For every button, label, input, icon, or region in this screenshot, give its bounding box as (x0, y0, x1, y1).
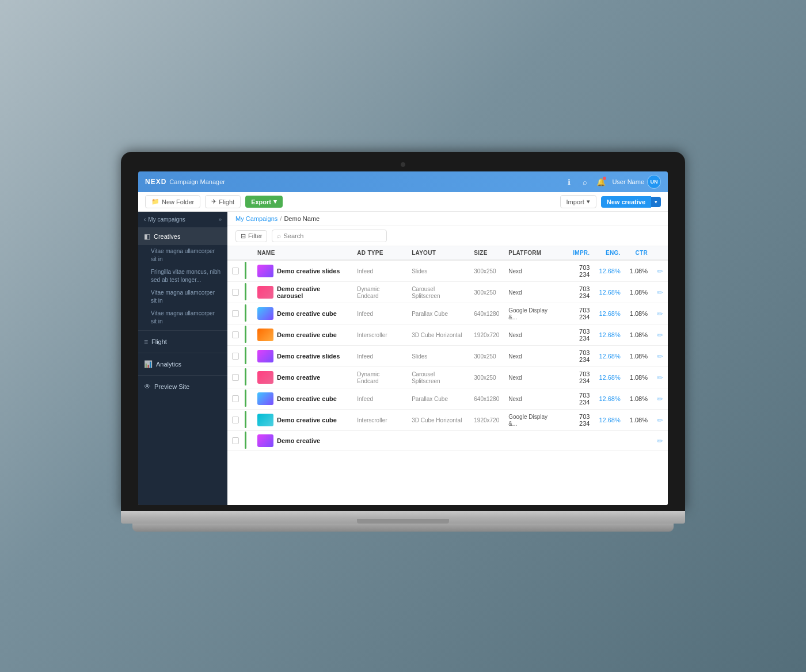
sidebar-item-preview[interactable]: 👁 Preview Site (138, 378, 227, 395)
row-size: 300x250 (469, 346, 504, 367)
row-checkbox[interactable] (232, 310, 239, 317)
edit-icon[interactable]: ✏ (657, 437, 663, 445)
user-menu[interactable]: User Name UN (612, 175, 661, 189)
table-row[interactable]: Demo creative slides Infeed Slides 300x2… (227, 346, 668, 367)
row-checkbox[interactable] (232, 289, 239, 296)
sidebar-sub-item-2[interactable]: Fringilla vitae moncus, nibh sed ab test… (138, 266, 227, 287)
row-checkbox[interactable] (232, 437, 239, 444)
row-checkbox[interactable] (232, 417, 239, 423)
row-size: 1920x720 (469, 324, 504, 346)
edit-icon[interactable]: ✏ (657, 310, 663, 318)
sidebar-sub-item-1[interactable]: Vitae magna ullamcorper sit in (138, 245, 227, 266)
row-checkbox[interactable] (232, 353, 239, 360)
sidebar-collapse-icon[interactable]: » (218, 216, 222, 223)
creative-name: Demo creative cube (277, 331, 337, 338)
row-ctr: 1.08% (625, 388, 652, 410)
row-impr: 703 234 (562, 388, 595, 410)
sidebar-sub-item-3[interactable]: Vitae magna ullamcorper sit in (138, 287, 227, 307)
sidebar-sub-item-4[interactable]: Vitae magna ullamcorper sit in (138, 307, 227, 328)
row-checkbox[interactable] (232, 268, 239, 274)
status-indicator (245, 432, 246, 449)
edit-icon[interactable]: ✏ (657, 373, 663, 382)
table-row[interactable]: Demo creative cube Infeed Parallax Cube … (227, 303, 668, 324)
table-row[interactable]: Demo creative ✏ (227, 431, 668, 451)
new-creative-dropdown[interactable]: ▾ (651, 197, 661, 207)
content-area: My Campaigns / Demo Name ⊟ Filter ⌕ (227, 212, 668, 505)
sidebar-item-flight[interactable]: ≡ Flight (138, 333, 227, 350)
search-box[interactable]: ⌕ (272, 230, 387, 242)
sidebar-item-analytics[interactable]: 📊 Analytics (138, 356, 227, 373)
row-eng: 12.68% (594, 346, 625, 367)
table-row[interactable]: Demo creative cube Infeed Parallax Cube … (227, 388, 668, 410)
search-icon[interactable]: ⌕ (580, 177, 590, 187)
col-status (244, 246, 253, 260)
table-row[interactable]: Demo creative slides Infeed Slides 300x2… (227, 260, 668, 282)
row-edit-cell: ✏ (652, 303, 668, 324)
creative-thumbnail (257, 414, 273, 426)
row-checkbox[interactable] (232, 374, 239, 381)
row-platform: Nexd (504, 346, 562, 367)
col-eng: ENG. (594, 246, 625, 260)
new-creative-group: New creative ▾ (601, 196, 661, 208)
sidebar-divider-1 (138, 330, 227, 331)
info-icon[interactable]: ℹ (564, 177, 574, 187)
row-name-cell: Demo creative (253, 367, 352, 388)
row-checkbox-cell (227, 282, 244, 303)
row-edit-cell: ✏ (652, 282, 668, 303)
col-platform: PLATFORM (504, 246, 562, 260)
edit-icon[interactable]: ✏ (657, 352, 663, 361)
import-button[interactable]: Import ▾ (560, 195, 596, 208)
edit-icon[interactable]: ✏ (657, 416, 663, 425)
breadcrumb-separator: / (280, 215, 282, 222)
sidebar-item-creatives[interactable]: ◧ Creatives (138, 228, 227, 245)
new-creative-button[interactable]: New creative (601, 196, 651, 208)
creative-thumbnail (257, 392, 273, 405)
edit-icon[interactable]: ✏ (657, 288, 663, 297)
breadcrumb-my-campaigns[interactable]: My Campaigns (235, 215, 277, 222)
status-indicator (245, 262, 246, 279)
new-folder-button[interactable]: 📁 New Folder (145, 195, 200, 208)
folder-icon: 📁 (151, 198, 159, 205)
table-row[interactable]: Demo creative carousel Dynamic Endcard C… (227, 282, 668, 303)
status-indicator (245, 304, 246, 322)
sidebar-my-campaigns[interactable]: ‹ My campaigns » (138, 212, 227, 228)
creative-thumbnail (257, 350, 273, 362)
col-size: SIZE (469, 246, 504, 260)
actionbar: 📁 New Folder ✈ Flight Export ▾ (138, 192, 668, 212)
filter-button[interactable]: ⊟ Filter (235, 230, 267, 242)
status-indicator (245, 326, 246, 343)
row-name-cell: Demo creative cube (253, 303, 352, 324)
edit-icon[interactable]: ✏ (657, 267, 663, 276)
laptop-camera (401, 162, 405, 167)
search-input[interactable] (283, 232, 382, 239)
row-checkbox[interactable] (232, 395, 239, 402)
row-impr: 703 234 (562, 410, 595, 431)
col-name: NAME (253, 246, 352, 260)
table-row[interactable]: Demo creative cube Interscroller 3D Cube… (227, 410, 668, 431)
row-name-cell: Demo creative cube (253, 388, 352, 410)
col-ad-type: AD TYPE (352, 246, 407, 260)
table-row[interactable]: Demo creative cube Interscroller 3D Cube… (227, 324, 668, 346)
table-row[interactable]: Demo creative Dynamic Endcard Carousel S… (227, 367, 668, 388)
row-checkbox[interactable] (232, 331, 239, 338)
sidebar-divider-2 (138, 353, 227, 353)
row-name-cell: Demo creative (253, 431, 352, 451)
creative-name: Demo creative cube (277, 395, 337, 402)
export-button[interactable]: Export ▾ (245, 196, 283, 208)
row-impr: 703 234 (562, 303, 595, 324)
creative-thumbnail (257, 329, 273, 341)
row-ctr: 1.08% (625, 367, 652, 388)
creative-name: Demo creative (277, 437, 320, 444)
row-checkbox-cell (227, 367, 244, 388)
creative-thumbnail (257, 307, 273, 320)
preview-icon: 👁 (144, 383, 151, 391)
row-name-cell: Demo creative cube (253, 410, 352, 431)
row-checkbox-cell (227, 388, 244, 410)
flight-button[interactable]: ✈ Flight (205, 195, 241, 208)
edit-icon[interactable]: ✏ (657, 331, 663, 339)
row-impr: 703 234 (562, 346, 595, 367)
notifications-icon[interactable]: 🔔 (596, 177, 606, 187)
filter-icon: ⊟ (241, 232, 246, 240)
row-ctr: 1.08% (625, 324, 652, 346)
edit-icon[interactable]: ✏ (657, 395, 663, 403)
